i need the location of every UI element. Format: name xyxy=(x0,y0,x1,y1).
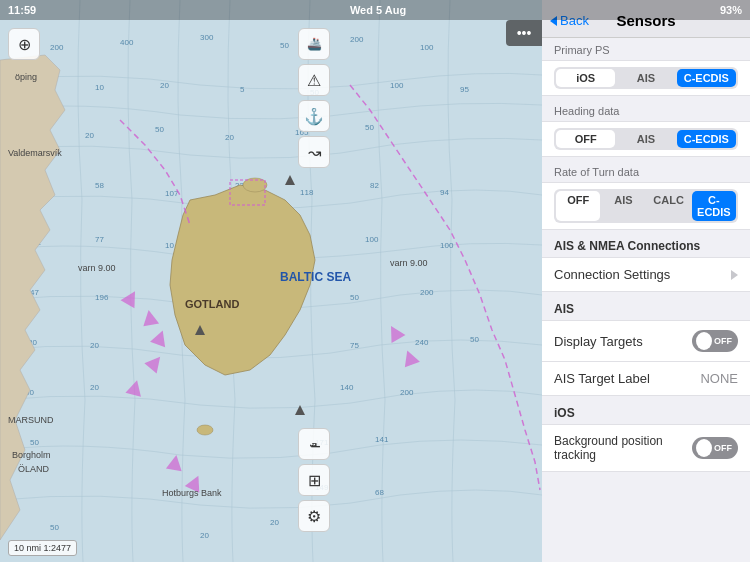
map-area[interactable]: 200400300 50200100 501020 55010095 11520… xyxy=(0,0,542,562)
boat-icon-btn[interactable]: 🚢 xyxy=(298,28,330,60)
map-svg: 200400300 50200100 501020 55010095 11520… xyxy=(0,0,542,562)
svg-text:20: 20 xyxy=(270,518,279,527)
svg-text:5: 5 xyxy=(240,85,245,94)
ais-group: Display Targets OFF AIS Target Label NON… xyxy=(542,320,750,396)
svg-text:20: 20 xyxy=(90,341,99,350)
svg-text:240: 240 xyxy=(415,338,429,347)
primary-ps-label: Primary PS xyxy=(542,38,750,60)
ios-group: Background position tracking OFF xyxy=(542,424,750,472)
layers-icon-btn[interactable]: ⊞ xyxy=(298,464,330,496)
svg-text:95: 95 xyxy=(460,85,469,94)
svg-text:94: 94 xyxy=(440,188,449,197)
heading-seg-off[interactable]: OFF xyxy=(556,130,615,148)
svg-text:100: 100 xyxy=(365,235,379,244)
ais-target-label-value: NONE xyxy=(700,371,738,386)
ios-section-row: iOS AIS C-ECDIS xyxy=(542,60,750,96)
svg-text:196: 196 xyxy=(95,293,109,302)
route-icon-btn[interactable]: ↝ xyxy=(298,136,330,168)
connection-settings-row[interactable]: Connection Settings xyxy=(542,258,750,291)
svg-text:20: 20 xyxy=(225,133,234,142)
svg-text:100: 100 xyxy=(440,241,454,250)
svg-text:20: 20 xyxy=(200,531,209,540)
rot-seg-control: OFF AIS CALC C-ECDIS xyxy=(554,189,738,223)
heading-data-label: Heading data xyxy=(542,97,750,121)
svg-text:50: 50 xyxy=(30,438,39,447)
svg-text:10: 10 xyxy=(95,83,104,92)
status-date: Wed 5 Aug xyxy=(350,4,406,16)
ios-seg-ios[interactable]: iOS xyxy=(556,69,615,87)
svg-text:50: 50 xyxy=(365,123,374,132)
svg-text:100: 100 xyxy=(420,43,434,52)
connection-settings-chevron xyxy=(731,270,738,280)
ios-header: iOS xyxy=(542,398,750,424)
svg-text:200: 200 xyxy=(400,388,414,397)
ais-header: AIS xyxy=(542,294,750,320)
ais-target-label-text: AIS Target Label xyxy=(554,371,650,386)
svg-text:68: 68 xyxy=(375,488,384,497)
svg-point-56 xyxy=(197,425,213,435)
svg-text:400: 400 xyxy=(120,38,134,47)
anchor-icon-btn[interactable]: ⚓ xyxy=(298,100,330,132)
map-scale: 10 nmi 1:2477 xyxy=(8,540,77,556)
display-targets-toggle[interactable]: OFF xyxy=(692,330,738,352)
ios-seg-ais[interactable]: AIS xyxy=(616,69,675,87)
boat2-icon-btn[interactable]: 🛥 xyxy=(298,428,330,460)
rot-seg-ais[interactable]: AIS xyxy=(601,191,645,221)
warning-icon-btn[interactable]: ⚠ xyxy=(298,64,330,96)
right-toolbar: 🚢 ⚠ ⚓ ↝ xyxy=(298,28,330,168)
ios-seg-cecdis[interactable]: C-ECDIS xyxy=(677,69,736,87)
rot-seg-cecdis[interactable]: C-ECDIS xyxy=(692,191,736,221)
svg-text:140: 140 xyxy=(340,383,354,392)
svg-text:58: 58 xyxy=(95,181,104,190)
bg-toggle-knob xyxy=(696,439,712,457)
svg-text:20: 20 xyxy=(85,131,94,140)
rot-seg-off[interactable]: OFF xyxy=(556,191,600,221)
svg-text:50: 50 xyxy=(470,335,479,344)
svg-text:200: 200 xyxy=(50,43,64,52)
svg-text:77: 77 xyxy=(95,235,104,244)
svg-text:141: 141 xyxy=(375,435,389,444)
dots-menu-button[interactable]: ••• xyxy=(506,20,542,46)
svg-text:75: 75 xyxy=(350,341,359,350)
svg-text:50: 50 xyxy=(350,293,359,302)
rot-section-row: OFF AIS CALC C-ECDIS xyxy=(542,182,750,230)
svg-text:200: 200 xyxy=(420,288,434,297)
rot-label: Rate of Turn data xyxy=(542,158,750,182)
svg-text:20: 20 xyxy=(90,383,99,392)
connection-settings-label: Connection Settings xyxy=(554,267,670,282)
compass-btn[interactable]: ⊕ xyxy=(8,28,40,60)
toggle-off-label: OFF xyxy=(714,336,732,346)
connection-settings-group: Connection Settings xyxy=(542,257,750,292)
status-time: 11:59 xyxy=(8,4,36,16)
svg-text:50: 50 xyxy=(280,41,289,50)
status-battery: 93% xyxy=(720,4,742,16)
svg-text:20: 20 xyxy=(160,81,169,90)
heading-seg-control: OFF AIS C-ECDIS xyxy=(554,128,738,150)
background-tracking-row: Background position tracking OFF xyxy=(542,425,750,471)
sensors-panel: Back Sensors Primary PS iOS AIS C-ECDIS … xyxy=(542,0,750,562)
left-toolbar: ⊕ xyxy=(8,28,40,60)
svg-text:82: 82 xyxy=(370,181,379,190)
status-bar: 11:59 Wed 5 Aug 93% xyxy=(0,0,750,20)
heading-seg-ais[interactable]: AIS xyxy=(616,130,675,148)
svg-text:100: 100 xyxy=(390,81,404,90)
background-tracking-toggle[interactable]: OFF xyxy=(692,437,738,459)
rot-seg-calc[interactable]: CALC xyxy=(647,191,691,221)
display-targets-label: Display Targets xyxy=(554,334,643,349)
ais-nmea-header: AIS & NMEA Connections xyxy=(542,231,750,257)
svg-text:10: 10 xyxy=(165,241,174,250)
ais-target-label-row[interactable]: AIS Target Label NONE xyxy=(542,361,750,395)
svg-text:200: 200 xyxy=(350,35,364,44)
ios-seg-control: iOS AIS C-ECDIS xyxy=(554,67,738,89)
svg-text:50: 50 xyxy=(50,523,59,532)
bg-toggle-off-label: OFF xyxy=(714,443,732,453)
heading-seg-cecdis[interactable]: C-ECDIS xyxy=(677,130,736,148)
svg-text:118: 118 xyxy=(300,188,314,197)
gear-icon-btn[interactable]: ⚙ xyxy=(298,500,330,532)
bottom-right-toolbar: 🛥 ⊞ ⚙ xyxy=(298,428,330,532)
toggle-knob xyxy=(696,332,712,350)
heading-section-row: OFF AIS C-ECDIS xyxy=(542,121,750,157)
display-targets-row: Display Targets OFF xyxy=(542,321,750,361)
svg-text:300: 300 xyxy=(200,33,214,42)
background-tracking-label: Background position tracking xyxy=(554,434,692,462)
